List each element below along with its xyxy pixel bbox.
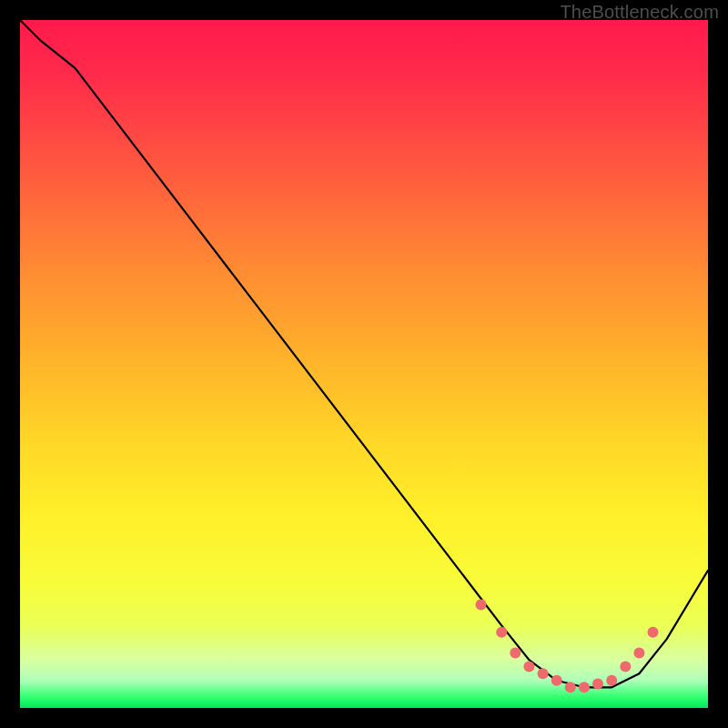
marker-dot: [606, 675, 617, 686]
marker-dot: [538, 668, 549, 679]
marker-dot: [523, 662, 534, 672]
marker-dot: [592, 679, 603, 690]
marker-dot: [551, 675, 562, 686]
marker-dots: [476, 600, 659, 693]
watermark-text: TheBottleneck.com: [560, 2, 719, 23]
marker-dot: [648, 627, 659, 638]
marker-dot: [510, 648, 521, 659]
marker-dot: [496, 627, 507, 638]
marker-dot: [579, 682, 590, 693]
bottleneck-curve-line: [20, 20, 708, 687]
marker-dot: [633, 648, 644, 659]
marker-dot: [476, 600, 487, 611]
marker-dot: [565, 682, 576, 693]
chart-frame: TheBottleneck.com: [0, 0, 728, 728]
chart-svg: [20, 20, 708, 708]
plot-area: [20, 20, 708, 708]
marker-dot: [620, 662, 631, 672]
